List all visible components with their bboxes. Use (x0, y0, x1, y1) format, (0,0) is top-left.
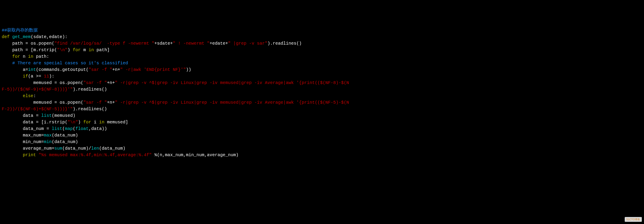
keyword-if: if (23, 74, 28, 79)
string-literal: " -r|awk 'END{print NF}'" (120, 67, 186, 72)
string-literal: " ! -newermt " (173, 41, 210, 46)
string-literal: "sar -f " (83, 80, 107, 85)
comment: ##获取内存的数据 (2, 28, 38, 33)
number: 11 (44, 74, 49, 79)
builtin-list: list (41, 113, 52, 118)
keyword-print: print (23, 152, 36, 157)
string-literal: " -r|grep -v ^$|grep -iv Linux|grep -iv … (115, 80, 349, 85)
code-line: print "%s memused max:%.4f,min:%.4f,aver… (2, 152, 642, 158)
keyword-for: for (12, 54, 20, 59)
code-line: memused = os.popen("sar -f "+n+" -r|grep… (2, 99, 642, 106)
keyword-in: in (28, 54, 33, 59)
string-literal: F-5))/($(NF-9)+$(NF-8)))}'" (2, 87, 73, 92)
watermark-text: 51CTO博客 (626, 218, 640, 221)
builtin-max: max (44, 133, 52, 138)
code-line: F-2))/($(NF-6)+$(NF-5)))}'").readlines() (2, 106, 642, 112)
keyword-def: def (2, 34, 10, 39)
code-line: if(a >= 11): (2, 73, 642, 80)
builtin-map: map (65, 126, 73, 131)
code-line: min_num=min(data_num) (2, 139, 642, 145)
watermark-badge: 51CTO博客 (625, 217, 642, 222)
code-line: path = [m.rstrip("\n") for m in path] (2, 47, 642, 53)
code-line: for n in path: (2, 53, 642, 60)
builtin-list: list (52, 126, 62, 131)
code-line: max_num=max(data_num) (2, 132, 642, 139)
string-literal: " |grep -v sar" (228, 41, 268, 46)
keyword-in: in (99, 120, 104, 125)
builtin-min: min (44, 139, 52, 144)
code-line: a=int(commands.getoutput("sar -f "+n+" -… (2, 67, 642, 73)
builtin-sum: sum (54, 146, 62, 151)
comment: # There are special cases so it's classi… (12, 61, 128, 66)
keyword-else: else (23, 93, 33, 99)
builtin-int: int (28, 67, 36, 72)
code-line: ##获取内存的数据 (2, 27, 642, 34)
keyword-in: in (88, 47, 94, 52)
code-line: def get_mem(sdate,edate): (2, 34, 642, 40)
builtin-float: float (76, 126, 88, 131)
code-editor[interactable]: ##获取内存的数据def get_mem(sdate,edate): path … (2, 27, 642, 158)
string-literal: "%s memused max:%.4f,min:%.4f,average:%.… (38, 152, 152, 157)
string-literal: "sar -f " (88, 67, 112, 72)
string-literal: " -r|grep -v ^$|grep -iv Linux|grep -iv … (115, 100, 349, 105)
params: (sdate,edate): (31, 34, 68, 39)
string-literal: "find /var/log/sa/ -type f -newermt " (54, 41, 154, 46)
code-line: memused = os.popen("sar -f "+n+" -r|grep… (2, 80, 642, 86)
code-line: else: (2, 93, 642, 99)
string-literal: "sar -f " (83, 100, 107, 105)
code-line: average_num=sum(data_num)/len(data_num) (2, 145, 642, 152)
code-line: data = [i.rstrip("\n") for i in memused] (2, 119, 642, 125)
string-literal: F-2))/($(NF-6)+$(NF-5)))}'" (2, 107, 73, 112)
keyword-for: for (83, 120, 91, 125)
code-line: # There are special cases so it's classi… (2, 60, 642, 67)
string-literal: "\n" (68, 120, 78, 125)
string-literal: "\n" (57, 47, 68, 52)
keyword-for: for (73, 47, 81, 52)
code-line: path = os.popen("find /var/log/sa/ -type… (2, 40, 642, 47)
code-line: F-5))/($(NF-9)+$(NF-8)))}'").readlines() (2, 86, 642, 93)
code-line: data = list(memused) (2, 112, 642, 119)
builtin-len: len (91, 146, 99, 151)
code-line: data_num = list(map(float,data)) (2, 125, 642, 132)
function-name: get_mem (10, 34, 31, 39)
